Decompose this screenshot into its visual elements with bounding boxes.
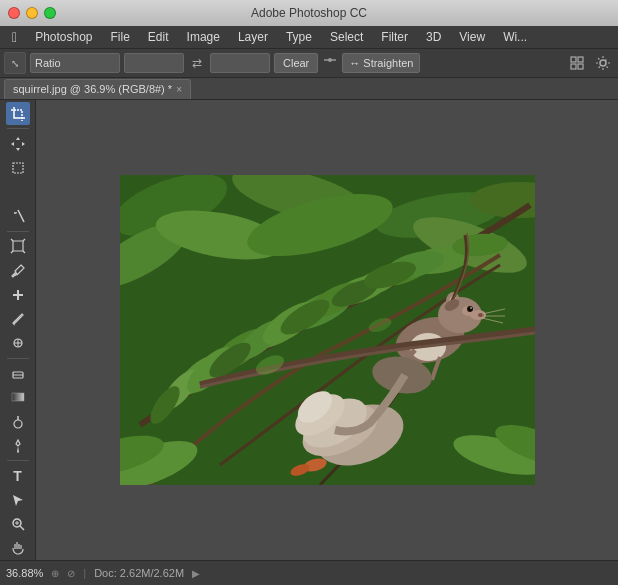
svg-point-19 — [14, 420, 22, 428]
menu-edit[interactable]: Edit — [140, 28, 177, 46]
menu-photoshop[interactable]: Photoshop — [27, 28, 100, 46]
window-controls — [0, 7, 56, 19]
squirrel-scene — [120, 175, 535, 485]
svg-line-11 — [11, 239, 13, 241]
doc-arrow[interactable]: ▶ — [192, 568, 200, 579]
menu-image[interactable]: Image — [179, 28, 228, 46]
tool-separator — [7, 128, 29, 129]
window-title: Adobe Photoshop CC — [251, 6, 367, 20]
hand-icon — [10, 540, 26, 556]
marquee-tool-button[interactable] — [6, 156, 30, 179]
gradient-button[interactable] — [6, 386, 30, 409]
status-icon-1: ⊕ — [51, 568, 59, 579]
menu-view[interactable]: View — [451, 28, 493, 46]
maximize-button[interactable] — [44, 7, 56, 19]
svg-rect-18 — [12, 393, 24, 401]
wand-icon — [10, 208, 26, 224]
eraser-button[interactable] — [6, 362, 30, 385]
swap-icon: ⇄ — [192, 56, 202, 70]
lasso-icon — [10, 184, 26, 200]
marquee-icon — [10, 160, 26, 176]
apple-menu[interactable]:  — [4, 29, 25, 45]
tool-separator-2 — [7, 231, 29, 232]
svg-line-12 — [23, 239, 25, 241]
move-icon — [10, 136, 26, 152]
eyedropper-icon — [10, 263, 26, 279]
tab-close-button[interactable]: × — [176, 84, 182, 95]
settings-button[interactable] — [592, 52, 614, 74]
svg-rect-5 — [578, 64, 583, 69]
zoom-button[interactable] — [6, 513, 30, 536]
straighten-icon: ↔ — [349, 57, 360, 69]
brush-icon — [10, 311, 26, 327]
svg-point-1 — [328, 58, 332, 62]
status-separator: | — [83, 567, 86, 579]
options-bar: ⤡ Ratio 1:1 4:5 16:9 ⇄ Clear ↔ Straighte… — [0, 48, 618, 78]
height-input[interactable] — [210, 53, 270, 73]
close-button[interactable] — [8, 7, 20, 19]
tool-separator-3 — [7, 358, 29, 359]
menu-3d[interactable]: 3D — [418, 28, 449, 46]
doc-info: Doc: 2.62M/2.62M — [94, 567, 184, 579]
brush-button[interactable] — [6, 307, 30, 330]
menu-wi[interactable]: Wi... — [495, 28, 535, 46]
lasso-tool-button[interactable] — [6, 180, 30, 203]
gradient-icon — [10, 389, 26, 405]
level-icon — [322, 55, 338, 71]
clone-button[interactable] — [6, 331, 30, 354]
svg-rect-2 — [571, 57, 576, 62]
status-icon-2: ⊘ — [67, 568, 75, 579]
pen-icon — [10, 438, 26, 454]
tab-title: squirrel.jpg @ 36.9% (RGB/8#) * — [13, 83, 172, 95]
tool-presets-button[interactable]: ⤡ — [4, 52, 26, 74]
dodge-button[interactable] — [6, 410, 30, 433]
heal-button[interactable] — [6, 283, 30, 306]
svg-point-15 — [14, 274, 16, 276]
pen-button[interactable] — [6, 434, 30, 457]
svg-rect-4 — [571, 64, 576, 69]
document-tab[interactable]: squirrel.jpg @ 36.9% (RGB/8#) * × — [4, 79, 191, 99]
gear-icon — [595, 55, 611, 71]
swap-button[interactable]: ⇄ — [188, 54, 206, 72]
canvas-image[interactable] — [120, 175, 535, 485]
grid-button[interactable] — [566, 52, 588, 74]
eyedropper-button[interactable] — [6, 259, 30, 282]
svg-line-22 — [20, 526, 24, 530]
zoom-level: 36.88% — [6, 567, 43, 579]
menu-layer[interactable]: Layer — [230, 28, 276, 46]
crop-perspective-button[interactable] — [6, 235, 30, 258]
status-bar: 36.88% ⊕ ⊘ | Doc: 2.62M/2.62M ▶ — [0, 560, 618, 585]
tab-bar: squirrel.jpg @ 36.9% (RGB/8#) * × — [0, 78, 618, 100]
menu-file[interactable]: File — [103, 28, 138, 46]
heal-icon — [10, 287, 26, 303]
svg-rect-3 — [578, 57, 583, 62]
svg-point-10 — [14, 212, 16, 214]
straighten-button[interactable]: ↔ Straighten — [342, 53, 420, 73]
text-button[interactable]: T — [6, 464, 30, 487]
path-select-button[interactable] — [6, 488, 30, 511]
title-bar: Adobe Photoshop CC — [0, 0, 618, 26]
dodge-icon — [10, 414, 26, 430]
left-toolbar: T — [0, 100, 36, 560]
text-icon: T — [13, 468, 22, 484]
ratio-select[interactable]: Ratio 1:1 4:5 16:9 — [30, 53, 120, 73]
menu-select[interactable]: Select — [322, 28, 371, 46]
canvas-area — [36, 100, 618, 560]
tool-separator-4 — [7, 460, 29, 461]
svg-rect-7 — [13, 163, 23, 173]
menu-type[interactable]: Type — [278, 28, 320, 46]
crop2-icon — [10, 238, 26, 254]
zoom-icon — [10, 516, 26, 532]
crop-tool-button[interactable] — [6, 102, 30, 125]
hand-button[interactable] — [6, 537, 30, 560]
clear-button[interactable]: Clear — [274, 53, 318, 73]
move-tool-button[interactable] — [6, 132, 30, 155]
menu-filter[interactable]: Filter — [373, 28, 416, 46]
svg-line-9 — [18, 210, 24, 222]
magic-wand-button[interactable] — [6, 205, 30, 228]
menu-bar:  Photoshop File Edit Image Layer Type S… — [0, 26, 618, 48]
crop-icon — [10, 106, 26, 122]
minimize-button[interactable] — [26, 7, 38, 19]
svg-line-13 — [11, 251, 13, 253]
width-input[interactable] — [124, 53, 184, 73]
